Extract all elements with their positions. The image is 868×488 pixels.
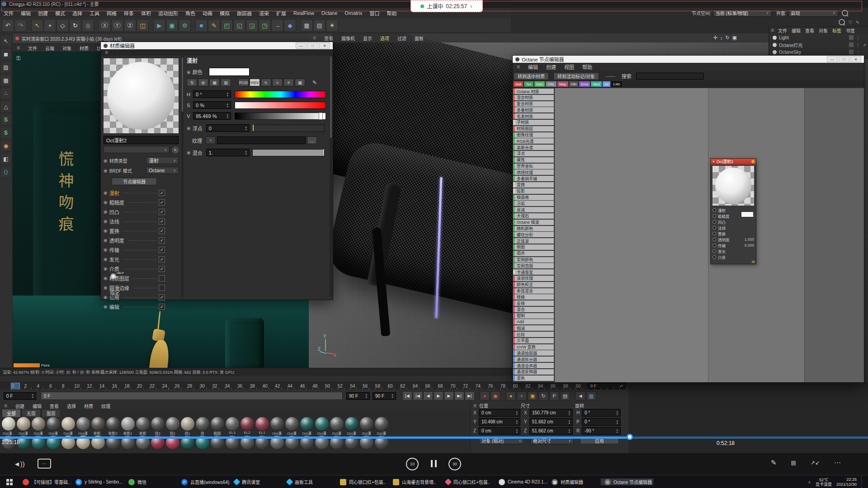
- eyedropper-icon[interactable]: ✎: [312, 80, 317, 86]
- material-thumbnail[interactable]: Oct漫: [374, 417, 389, 435]
- channel-checkbox[interactable]: ✓: [159, 237, 165, 244]
- taskbar-item[interactable]: 【可操班】零基础..: [19, 479, 72, 485]
- input-socket-icon[interactable]: [712, 214, 716, 218]
- snap-grid-icon[interactable]: ▦: [301, 19, 313, 32]
- material-thumbnail[interactable]: Oct漫: [299, 417, 314, 435]
- s2-badge-icon[interactable]: S: [0, 127, 12, 139]
- record-parameter-icon[interactable]: P: [549, 391, 559, 400]
- move-icon[interactable]: +: [44, 19, 56, 32]
- taskbar-item[interactable]: 画板工具: [283, 479, 336, 485]
- vp-zoom-icon[interactable]: ↕: [720, 35, 723, 41]
- render-to-pv-icon[interactable]: ▣: [166, 19, 178, 32]
- object-row[interactable]: Light ⋮: [769, 34, 868, 41]
- material-type-dropdown[interactable]: 漫射∨: [146, 157, 179, 164]
- z-axis-button[interactable]: Z: [124, 19, 136, 32]
- maximize-button[interactable]: □: [839, 56, 849, 62]
- me-titlebar[interactable]: 材质编辑器 — □ ✕: [101, 42, 333, 49]
- category-tab[interactable]: Ems: [579, 81, 590, 87]
- category-tab[interactable]: Gen: [534, 81, 545, 87]
- sp2[interactable]: [571, 391, 575, 399]
- workplane-icon[interactable]: ▤: [313, 19, 326, 32]
- size-field[interactable]: 150.779 cm▴▾: [529, 409, 573, 417]
- node-output-socket[interactable]: [751, 160, 755, 163]
- node-type-item[interactable]: 螺纹分形: [513, 232, 554, 237]
- range-end-field-2[interactable]: 90 F▴▾: [373, 392, 396, 400]
- hamburger-icon[interactable]: ≡: [13, 45, 24, 51]
- mode-arrow-icon[interactable]: ↖: [0, 35, 12, 47]
- node-type-item[interactable]: 雨齐: [513, 251, 554, 256]
- hamburger-icon[interactable]: ≡: [471, 403, 479, 409]
- node-type-item[interactable]: 高斯光谱: [513, 145, 554, 150]
- seek-bar[interactable]: [0, 436, 868, 439]
- prev-key-button[interactable]: |◀: [413, 391, 423, 400]
- node-type-item[interactable]: 子材质: [513, 120, 554, 125]
- position-field[interactable]: 10.498 cm▴▾: [479, 418, 520, 426]
- record-scale-icon[interactable]: ▣: [528, 391, 538, 400]
- material-thumbnail[interactable]: Oct漫..: [1, 417, 16, 435]
- menu-item[interactable]: 样条: [120, 9, 137, 17]
- node-type-item[interactable]: Octane 材质: [513, 89, 554, 94]
- category-tab[interactable]: Mat: [514, 81, 523, 87]
- preview-type-dropdown[interactable]: ∨: [104, 146, 170, 153]
- node-type-item[interactable]: 实例范围: [513, 263, 554, 268]
- node-collapse-icon[interactable]: ▼: [712, 160, 715, 163]
- minimize-button[interactable]: —: [827, 56, 838, 62]
- mix-field[interactable]: 1.▴▾: [206, 149, 250, 156]
- taskbar-item[interactable]: C Cinema 4D R23.1...: [495, 479, 548, 485]
- channel-checkbox[interactable]: ✓: [159, 199, 165, 206]
- material-thumbnail[interactable]: Oct漫: [344, 417, 359, 435]
- prev-frame-button[interactable]: ◀: [423, 391, 433, 400]
- material-thumbnail[interactable]: 粗糙: [210, 417, 225, 435]
- position-field[interactable]: 0 cm▴▾: [479, 427, 520, 435]
- x-axis-button[interactable]: X: [99, 19, 111, 32]
- octane-help-icon[interactable]: ✺HELP: [110, 272, 124, 282]
- ne-menu-item[interactable]: 视图: [560, 63, 578, 70]
- brdf-dropdown[interactable]: Octane∨: [146, 167, 179, 174]
- render-settings-icon[interactable]: ⚙: [179, 19, 191, 32]
- material-thumbnail[interactable]: 排3: [150, 417, 165, 435]
- node-type-item[interactable]: 波浪纹理: [513, 276, 554, 281]
- material-thumbnail[interactable]: Oct漫: [284, 417, 299, 435]
- node-type-item[interactable]: 随机颜色: [513, 226, 554, 231]
- close-button[interactable]: ✕: [319, 42, 330, 49]
- menu-item[interactable]: Ornatrix: [341, 10, 366, 16]
- node-type-item[interactable]: 多重材质: [513, 107, 554, 113]
- y-axis-button[interactable]: Y: [111, 19, 123, 32]
- material-thumbnail[interactable]: EL2: [240, 417, 255, 435]
- channel-checkbox[interactable]: ✓: [159, 247, 165, 253]
- mm-tab[interactable]: 全部: [2, 409, 21, 418]
- sep[interactable]: [94, 20, 98, 31]
- rotation-field[interactable]: 0 °▴▾: [582, 418, 621, 426]
- texture-dropdown[interactable]: ∨: [206, 136, 216, 144]
- mm-tab[interactable]: 无层: [22, 409, 41, 418]
- mm-menu-item[interactable]: 创建: [11, 403, 28, 409]
- more-icon[interactable]: ⋯: [834, 459, 841, 467]
- search-input[interactable]: [636, 73, 704, 80]
- material-thumbnail[interactable]: 排2: [165, 417, 180, 435]
- taskbar-item[interactable]: 同心锁口红+包装..: [442, 479, 495, 485]
- find-icon[interactable]: [839, 19, 845, 25]
- node-type-item[interactable]: 通道拾取器: [513, 350, 554, 356]
- node-type-item[interactable]: 多重阴平铺: [513, 176, 554, 181]
- node-type-item[interactable]: 投影: [513, 188, 554, 194]
- menu-item[interactable]: 运动图形: [155, 9, 182, 17]
- edit-icon[interactable]: ✎: [856, 20, 859, 25]
- layer-dots-icon[interactable]: ⋮: [856, 42, 860, 47]
- node-type-item[interactable]: 通道反转器: [513, 369, 554, 375]
- node-resize-handle[interactable]: 35: [711, 260, 756, 264]
- channel-checkbox[interactable]: ✓: [159, 228, 165, 234]
- v-field[interactable]: 95.469 %▴▾: [193, 112, 231, 120]
- float-slider[interactable]: [252, 125, 325, 132]
- node-param-row[interactable]: 法线: [711, 225, 756, 230]
- node-type-item[interactable]: 毛发材质: [513, 113, 554, 119]
- om-menu-item[interactable]: 查看: [803, 27, 816, 34]
- live-select-icon[interactable]: ↖: [31, 19, 43, 32]
- channel-checkbox[interactable]: ✓: [159, 256, 165, 263]
- solo-off-icon[interactable]: ◄: [576, 391, 585, 400]
- category-tab[interactable]: Map: [557, 81, 568, 87]
- input-socket-icon[interactable]: [712, 249, 716, 253]
- input-socket-icon[interactable]: [712, 255, 716, 259]
- interface-dropdown[interactable]: 启动∨: [788, 9, 838, 17]
- input-socket-icon[interactable]: [712, 226, 716, 230]
- channel-checkbox[interactable]: ✓: [159, 266, 165, 272]
